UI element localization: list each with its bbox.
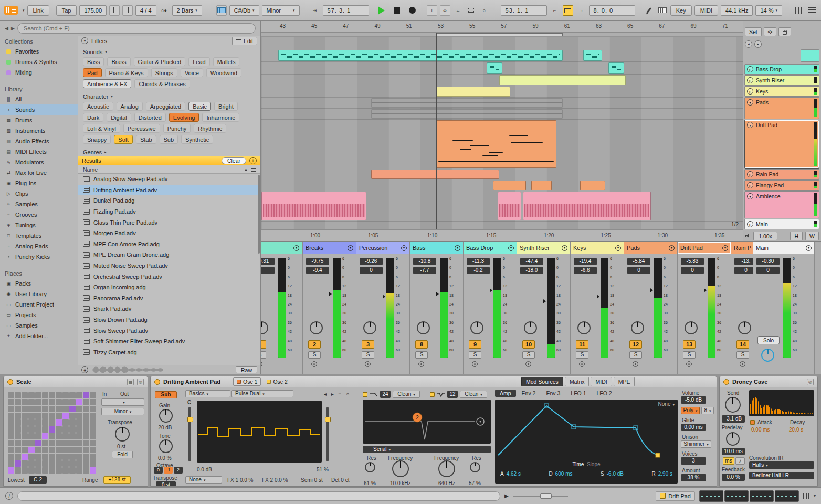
envelope-d-control[interactable]: D600 ms [549, 471, 572, 477]
osc-category-selector[interactable]: Basics▾ [185, 390, 230, 397]
shape-value[interactable]: 51 % [317, 467, 329, 472]
scale-grid-cell[interactable] [76, 454, 82, 460]
scale-grid-cell[interactable] [28, 447, 35, 453]
collapse-icon[interactable]: ▾ [455, 245, 460, 251]
scale-grid-cell[interactable] [28, 440, 35, 446]
collapse-icon[interactable]: ▾ [615, 245, 621, 251]
scale-grid-cell[interactable] [83, 447, 89, 453]
scale-grid-cell[interactable] [49, 467, 55, 474]
scale-grid-cell[interactable] [15, 440, 21, 446]
freq2-value[interactable]: 640 Hz [438, 480, 455, 486]
tab-matrix[interactable]: Matrix [565, 377, 590, 386]
filter1-res-knob[interactable] [365, 462, 375, 472]
tab-mpe[interactable]: MPE [614, 377, 635, 386]
clip-orange-11[interactable] [531, 181, 552, 190]
arm-button[interactable] [311, 361, 317, 367]
mod-target-selector[interactable]: None▾ [658, 401, 675, 407]
fader-value[interactable]: -7.7 [413, 267, 436, 274]
preset-save-icon[interactable]: ▤ [127, 379, 134, 385]
scale-grid-cell[interactable] [42, 426, 48, 433]
semi-value[interactable]: Semi 0 st [301, 477, 323, 483]
cpu-meter[interactable]: 14 %▾ [755, 5, 782, 16]
scroll-left-button[interactable]: ◂ [745, 40, 752, 48]
result-item-morgen-pad-adv[interactable]: Morgen Pad.adv [78, 228, 260, 239]
tone-value[interactable]: 0.0 % [158, 455, 172, 461]
scale-grid-cell[interactable] [35, 419, 41, 426]
filter2-freq-knob[interactable] [438, 460, 455, 477]
freq1-value[interactable]: 10.0 kHz [390, 480, 410, 486]
device-activator-icon[interactable] [154, 379, 160, 385]
sidebar-item-clips[interactable]: ▷Clips [0, 188, 78, 199]
scale-name-selector[interactable]: Minor▾ [101, 408, 144, 415]
tab-osc-2[interactable]: Osc 2 [263, 377, 291, 386]
shape-slider[interactable] [326, 407, 329, 461]
scale-grid-cell[interactable] [69, 433, 76, 439]
fold-button[interactable]: Fold [112, 451, 133, 458]
octave-button-0[interactable]: 0 [154, 467, 163, 474]
envelope-display[interactable]: None▾ Time Slope A4.62 sD600 msS-6.0 dBR… [495, 400, 678, 484]
scale-grid-cell[interactable] [56, 426, 62, 433]
solo-button[interactable]: S [308, 351, 321, 359]
filter-tag-acoustic[interactable]: Acoustic [83, 102, 113, 111]
scale-grid-cell[interactable] [83, 406, 89, 412]
scale-grid-cell[interactable] [28, 406, 35, 412]
height-zoom-button[interactable]: H [790, 232, 803, 240]
device-activator-icon[interactable] [723, 379, 729, 385]
scale-grid-cell[interactable] [22, 440, 28, 446]
filter-tag-piano-keys[interactable]: Piano & Keys [105, 68, 148, 77]
tone-knob[interactable] [159, 439, 173, 453]
filter-tag-soft[interactable]: Soft [114, 135, 133, 144]
scale-grid-cell[interactable] [28, 419, 35, 426]
solo-button[interactable]: S [576, 351, 588, 359]
scale-grid-cell[interactable] [76, 447, 82, 453]
solo-button[interactable]: S [629, 351, 642, 359]
scale-grid-cell[interactable] [15, 413, 21, 419]
sidebar-item-templates[interactable]: □Templates [0, 230, 78, 241]
collapse-icon[interactable]: ▾ [669, 245, 675, 251]
fader-value[interactable]: 0 [756, 267, 780, 274]
result-item-orchestral-sweep-pad-adv[interactable]: Orchestral Sweep Pad.adv [78, 271, 260, 282]
logo-chevron-icon[interactable]: ▾ [23, 8, 25, 13]
scale-grid-cell[interactable] [22, 426, 28, 433]
tab-amp[interactable]: Amp [495, 390, 516, 397]
attack-value[interactable]: 0.00 ms [751, 427, 770, 433]
mixer-track-title[interactable]: Synth Riser▾ [517, 242, 570, 254]
clip-yellow-5[interactable] [436, 87, 510, 97]
peak-level-display[interactable]: -47.4 [520, 258, 543, 265]
track-header-bass-drop[interactable]: ▸Bass Drop [744, 64, 819, 75]
scale-grid-cell[interactable] [42, 392, 48, 398]
result-item-soft-shimmer-filter-sweep-pad-adv[interactable]: Soft Shimmer Filter Sweep Pad.adv [78, 336, 260, 347]
filter1-freq-knob[interactable] [392, 460, 409, 477]
punch-in-icon[interactable]: ⌐ [550, 5, 560, 16]
record-button[interactable] [409, 7, 416, 14]
scale-grid-cell[interactable] [15, 460, 21, 467]
device-thumbnail[interactable] [699, 490, 723, 502]
scale-grid-cell[interactable] [69, 399, 76, 405]
arm-button[interactable] [472, 361, 478, 367]
lock-envelopes-button[interactable] [778, 27, 791, 36]
scale-grid-cell[interactable] [62, 413, 69, 419]
result-item-dunkel-pad-adg[interactable]: Dunkel Pad.adg [78, 195, 260, 206]
filter-tag-inharmonic[interactable]: Inharmonic [202, 113, 239, 122]
scale-grid-cell[interactable] [49, 447, 55, 453]
result-item-drifting-ambient-pad-adv[interactable]: Drifting Ambient Pad.adv [78, 185, 260, 196]
collapse-icon[interactable]: ▾ [562, 245, 567, 251]
scale-grid-cell[interactable] [35, 406, 41, 412]
scale-grid-cell[interactable] [28, 426, 35, 433]
peak-level-display[interactable]: -0.30 [756, 258, 780, 265]
capture-midi-icon[interactable]: ○ [479, 5, 490, 16]
track-activator[interactable]: 11 [576, 340, 588, 349]
ableton-logo-icon[interactable] [4, 6, 18, 15]
osc-nav-icons[interactable]: ◂ ▸ ≡ ○ [324, 391, 351, 397]
scale-grid-cell[interactable] [8, 413, 14, 419]
filter-tag-woodwind[interactable]: Woodwind [206, 68, 241, 77]
clip-pink-13[interactable]: ... [261, 192, 366, 220]
feedback-value[interactable]: 0.0 % [722, 474, 745, 481]
preview-speaker-icon[interactable]: ◉ [81, 366, 88, 373]
peak-level-display[interactable]: -10.8 [413, 258, 436, 265]
scale-grid-cell[interactable] [35, 433, 41, 439]
unfold-icon[interactable]: ▸ [747, 66, 753, 72]
scale-grid-cell[interactable] [83, 419, 89, 426]
scale-grid-cell[interactable] [28, 467, 35, 474]
scale-grid-cell[interactable] [69, 392, 76, 398]
